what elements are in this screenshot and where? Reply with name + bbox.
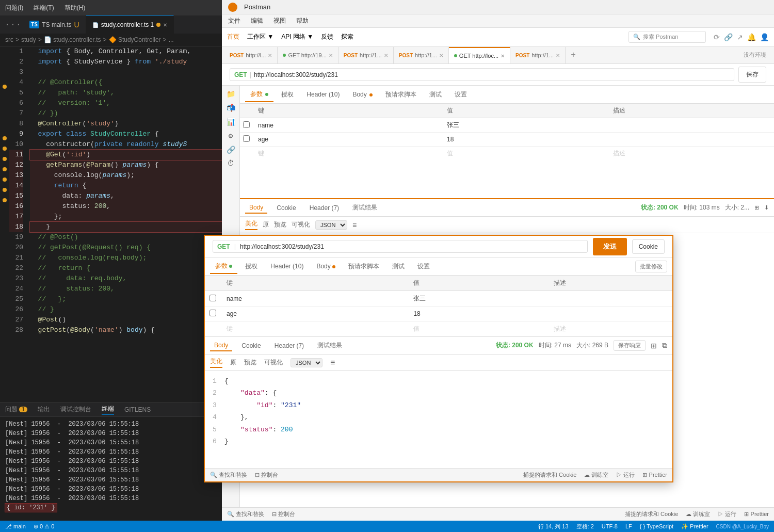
- tab-terminal[interactable]: 终端: [102, 405, 114, 415]
- pm2-resp-tab-cookie[interactable]: Cookie: [237, 341, 265, 351]
- pm2-json-select[interactable]: JSON: [291, 358, 322, 367]
- pm2-copy-btn[interactable]: ⊞: [651, 342, 657, 350]
- pm-find-bg[interactable]: 🔍 查找和替换: [227, 510, 264, 518]
- pm2-capture[interactable]: 捕捉的请求和 Cookie: [523, 471, 576, 479]
- pm-resp-tab-tests-bg[interactable]: 测试结果: [348, 202, 381, 214]
- pm2-tab-auth[interactable]: 授权: [240, 260, 263, 273]
- pm-tab-2[interactable]: GET http://19... ✕: [278, 47, 338, 63]
- pm2-url-input[interactable]: [240, 243, 583, 250]
- pm2-batch-edit[interactable]: 批量修改: [635, 261, 667, 272]
- param-cb-age-bg[interactable]: [243, 135, 250, 142]
- pm2-console[interactable]: ⊟ 控制台: [255, 471, 278, 479]
- pm-req-tab-auth-bg[interactable]: 授权: [276, 88, 299, 102]
- pm2-cookie-button[interactable]: Cookie: [632, 239, 665, 254]
- pm2-prettier[interactable]: ⊞ Prettier: [642, 472, 667, 478]
- pm-save-button[interactable]: 保存: [738, 67, 766, 83]
- pm-req-tab-header-bg[interactable]: Header (10): [301, 88, 345, 101]
- pm-wrap-bg[interactable]: ≡: [352, 221, 357, 229]
- pm-nav-explore[interactable]: 探索: [341, 33, 353, 41]
- pm2-sync[interactable]: ☁ 训练室: [584, 471, 608, 479]
- pm-console-bg[interactable]: ⊟ 控制台: [272, 510, 295, 518]
- pm-nav-api[interactable]: API 网络 ▼: [281, 33, 313, 41]
- pm2-fmt-beautify[interactable]: 美化: [210, 357, 222, 368]
- pm-search[interactable]: 🔍 搜索 Postman: [628, 31, 706, 43]
- pm2-wrap[interactable]: ≡: [330, 358, 335, 367]
- pm-resp-tab-cookie-bg[interactable]: Cookie: [272, 203, 300, 213]
- pm-nav-feedback[interactable]: 反馈: [321, 33, 333, 41]
- pm2-tab-body[interactable]: Body: [311, 260, 341, 272]
- tab-study-close[interactable]: ✕: [163, 22, 167, 28]
- pm-run-bg[interactable]: ▷ 运行: [718, 510, 736, 518]
- pm-new-tab[interactable]: +: [566, 47, 581, 63]
- pm2-expand-btn[interactable]: ⧉: [662, 341, 667, 350]
- pm2-resp-tab-tests[interactable]: 测试结果: [313, 340, 346, 351]
- pm2-resp-tab-body[interactable]: Body: [210, 340, 232, 351]
- menu-terminal[interactable]: 终端(T): [34, 4, 54, 12]
- pm2-tab-header[interactable]: Header (10): [265, 260, 309, 272]
- pm-icon-3[interactable]: ↗: [737, 33, 743, 41]
- pm-sidebar-icon-3[interactable]: 📊: [227, 118, 235, 126]
- pm2-resp-tab-header[interactable]: Header (7): [270, 341, 308, 351]
- pm-tab-3[interactable]: POST http://1... ✕: [338, 47, 394, 63]
- pm-menu-help[interactable]: 帮助: [296, 17, 309, 25]
- pm2-tab-prereq[interactable]: 预请求脚本: [343, 260, 384, 273]
- pm-req-tab-prereq-bg[interactable]: 预请求脚本: [380, 88, 422, 102]
- pm-tab-6[interactable]: POST http://1... ✕: [510, 47, 566, 63]
- pm-icon-1[interactable]: ⟳: [714, 33, 720, 41]
- pm-menu-file[interactable]: 文件: [228, 17, 240, 25]
- pm-sidebar-icon-2[interactable]: 📬: [227, 104, 235, 112]
- pm-req-tab-tests-bg[interactable]: 测试: [424, 88, 447, 102]
- tab-gitlens[interactable]: GITLENS: [124, 406, 151, 413]
- pm-icon-5[interactable]: 👤: [760, 33, 769, 41]
- pm-prettier-bg[interactable]: ⊞ Prettier: [744, 511, 769, 518]
- pm-fmt-raw-bg[interactable]: 原: [263, 220, 269, 229]
- pm-menu-edit[interactable]: 编辑: [251, 17, 263, 25]
- pm-nav-workspace[interactable]: 工作区 ▼: [247, 33, 273, 41]
- pm-fmt-beautify-bg[interactable]: 美化: [245, 219, 257, 230]
- tab-problems[interactable]: 问题 1: [5, 405, 27, 414]
- pm-tab-1[interactable]: POST http://l... ✕: [224, 47, 278, 63]
- pm2-param-cb-age[interactable]: [209, 310, 216, 316]
- pm-resp-tab-header-bg[interactable]: Header (7): [305, 203, 343, 213]
- pm-fmt-visualize-bg[interactable]: 可视化: [292, 220, 310, 229]
- pm-json-select-bg[interactable]: JSON: [315, 220, 347, 230]
- pm-tab-4[interactable]: POST http://1... ✕: [394, 47, 449, 63]
- pm2-tab-settings[interactable]: 设置: [412, 260, 435, 273]
- pm-sync-bg[interactable]: ☁ 训练室: [686, 510, 710, 518]
- param-cb-name-bg[interactable]: [243, 121, 250, 128]
- pm-req-tab-body-bg[interactable]: Body: [347, 88, 378, 101]
- pm-icon-4[interactable]: 🔔: [747, 33, 756, 41]
- pm2-tab-params[interactable]: 参数: [210, 259, 237, 274]
- pm2-tab-tests[interactable]: 测试: [387, 260, 410, 273]
- pm-download-bg[interactable]: ⬇: [764, 204, 769, 211]
- pm2-save-response[interactable]: 保存响应: [614, 340, 646, 351]
- terminal-content[interactable]: [Nest] 15956 - 2023/03/06 15:55:18 [Nest…: [0, 417, 222, 521]
- pm2-run[interactable]: ▷ 运行: [616, 471, 635, 479]
- menu-problem[interactable]: 问题(I): [5, 4, 23, 12]
- pm-sidebar-icon-5[interactable]: 🔗: [227, 146, 235, 154]
- pm2-fmt-visualize[interactable]: 可视化: [264, 358, 283, 367]
- pm2-send-button[interactable]: 发送: [593, 238, 627, 255]
- menu-help[interactable]: 帮助(H): [64, 4, 86, 12]
- pm2-find-replace[interactable]: 🔍 查找和替换: [210, 471, 247, 479]
- pm-url-input[interactable]: [254, 71, 730, 78]
- tab-study-controller[interactable]: 📄 study.controller.ts 1 ✕: [86, 15, 174, 34]
- pm2-param-cb-name[interactable]: [209, 295, 216, 301]
- pm-nav-home[interactable]: 首页: [227, 33, 239, 41]
- pm2-fmt-preview[interactable]: 预览: [244, 358, 256, 367]
- pm2-fmt-raw[interactable]: 原: [230, 358, 236, 367]
- pm-copy-bg[interactable]: ⊞: [754, 204, 759, 211]
- code-content[interactable]: import { Body, Controller, Get, Param, i…: [27, 46, 222, 402]
- pm-fmt-preview-bg[interactable]: 预览: [274, 220, 286, 229]
- tab-main-ts[interactable]: TS TS main.ts U: [23, 15, 86, 34]
- pm-sidebar-icon-1[interactable]: 📁: [227, 90, 235, 99]
- pm-sidebar-icon-4[interactable]: ⚙️: [229, 132, 233, 140]
- pm-menu-view[interactable]: 视图: [273, 17, 286, 25]
- pm-req-tab-settings-bg[interactable]: 设置: [449, 88, 472, 102]
- pm-tab-5-active[interactable]: GET http://loc... ✕: [449, 47, 510, 63]
- pm-sidebar-icon-6[interactable]: ⏱: [227, 159, 234, 168]
- tab-debug[interactable]: 调试控制台: [60, 405, 91, 414]
- pm-resp-tab-body-bg[interactable]: Body: [245, 202, 267, 214]
- tab-output[interactable]: 输出: [38, 405, 50, 414]
- pm-req-tab-params-bg[interactable]: 参数: [245, 87, 273, 102]
